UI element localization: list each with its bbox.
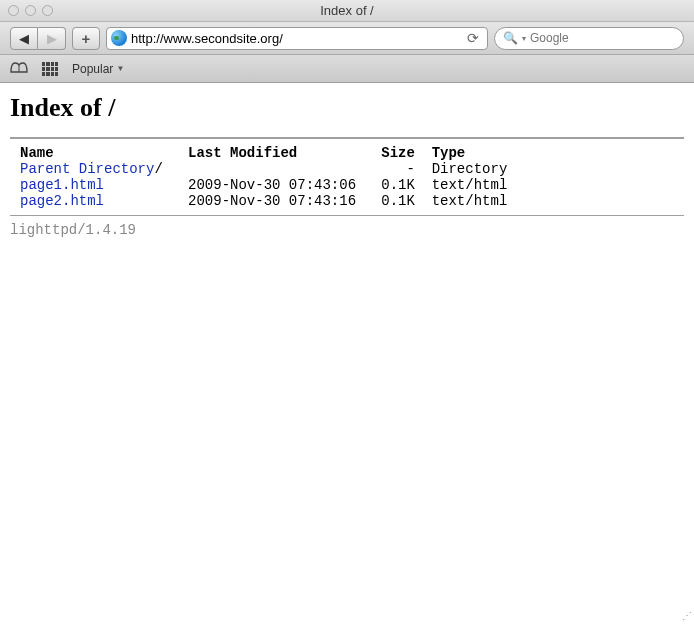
url-input[interactable] [131,31,459,46]
file-link[interactable]: page1.html [20,177,104,193]
reload-icon[interactable]: ⟳ [463,30,483,46]
server-signature: lighttpd/1.4.19 [10,222,684,238]
page-title: Index of / [10,93,684,123]
window-title: Index of / [0,3,694,18]
zoom-window-button[interactable] [42,5,53,16]
site-icon [111,30,127,46]
traffic-lights [0,5,53,16]
file-link[interactable]: Parent Directory [20,161,154,177]
chevron-down-icon: ▼ [116,64,124,73]
url-bar[interactable]: ⟳ [106,27,488,50]
search-icon: 🔍 [503,31,518,45]
listing-header: Name Last Modified Size Type [20,145,684,161]
minimize-window-button[interactable] [25,5,36,16]
resize-handle[interactable]: ⋰ [678,614,692,628]
file-link[interactable]: page2.html [20,193,104,209]
toolbar: ◀ ▶ + ⟳ 🔍▾ [0,22,694,55]
table-row: page2.html 2009-Nov-30 07:43:16 0.1K tex… [20,193,684,209]
popular-menu[interactable]: Popular ▼ [72,62,124,76]
bookmarks-icon[interactable] [10,60,28,77]
popular-label: Popular [72,62,113,76]
bookmark-bar: Popular ▼ [0,55,694,83]
nav-buttons: ◀ ▶ [10,27,66,50]
chevron-down-icon: ▾ [522,34,526,43]
topsites-icon[interactable] [42,62,58,76]
forward-button[interactable]: ▶ [38,27,66,50]
back-button[interactable]: ◀ [10,27,38,50]
divider [10,215,684,216]
add-bookmark-button[interactable]: + [72,27,100,50]
divider [10,137,684,139]
close-window-button[interactable] [8,5,19,16]
directory-listing: Name Last Modified Size Type Parent Dire… [10,145,684,209]
titlebar: Index of / [0,0,694,22]
table-row: Parent Directory/ - Directory [20,161,684,177]
search-input[interactable] [530,31,680,45]
page-content: Index of / Name Last Modified Size Type … [0,83,694,630]
search-bar[interactable]: 🔍▾ [494,27,684,50]
table-row: page1.html 2009-Nov-30 07:43:06 0.1K tex… [20,177,684,193]
